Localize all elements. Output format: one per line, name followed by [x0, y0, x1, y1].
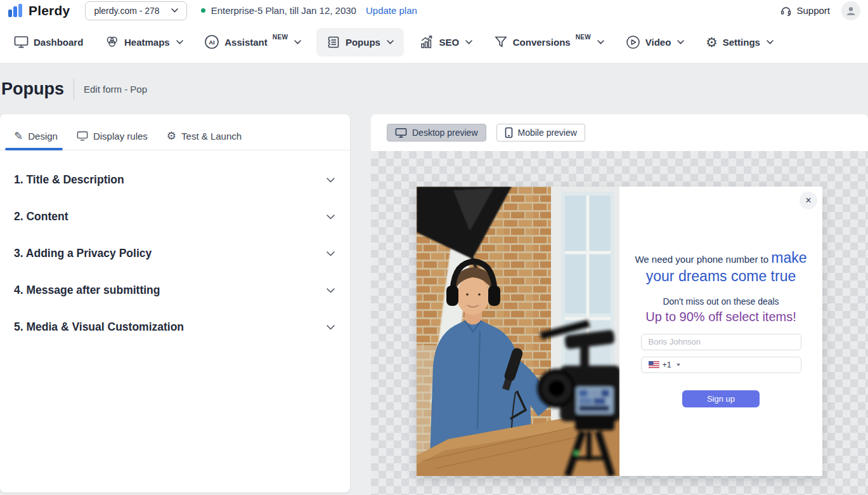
mobile-preview-label: Mobile preview	[518, 128, 577, 138]
mobile-icon	[505, 127, 513, 138]
domain-selector-value: plerdy.com - 278	[94, 6, 159, 16]
desktop-preview-label: Desktop preview	[412, 128, 478, 138]
gear-icon: ⚙	[167, 131, 176, 142]
desktop-preview-button[interactable]: Desktop preview	[387, 124, 486, 142]
tab-label: Test & Launch	[181, 131, 242, 142]
update-plan-link[interactable]: Update plan	[366, 5, 417, 16]
name-input[interactable]	[642, 334, 801, 350]
support-label: Support	[796, 5, 830, 16]
nav-item-conversions[interactable]: Conversions NEW	[488, 28, 611, 56]
video-play-icon	[626, 35, 640, 50]
chevron-down-icon	[327, 178, 335, 183]
plan-status: Enterprise-5 Plan, till Jan 12, 2030 Upd…	[201, 5, 417, 16]
chevron-down-icon	[387, 40, 394, 44]
nav-label: Assistant	[224, 37, 268, 48]
heatmaps-icon	[105, 35, 119, 49]
section-label: 2. Content	[14, 210, 68, 223]
section-title-description[interactable]: 1. Title & Description	[14, 173, 335, 187]
popup-subheadline: Don't miss out on these deals	[619, 296, 822, 307]
popup-offer-text: Up to 90% off select items!	[619, 310, 822, 324]
accordion-sections: 1. Title & Description 2. Content 3. Add…	[0, 150, 350, 334]
mobile-preview-button[interactable]: Mobile preview	[496, 124, 585, 142]
tab-test-launch[interactable]: ⚙ Test & Launch	[167, 131, 242, 150]
chevron-down-icon	[597, 40, 604, 44]
plan-status-dot	[201, 8, 205, 13]
nav-item-settings[interactable]: ⚙ Settings	[699, 29, 780, 56]
seo-icon	[419, 35, 434, 49]
plan-status-text: Enterprise-5 Plan, till Jan 12, 2030	[211, 5, 356, 16]
phone-country-code: +1	[663, 360, 671, 369]
logo-text: Plerdy	[29, 3, 70, 18]
podcast-photo	[417, 187, 619, 476]
chevron-down-icon	[465, 40, 472, 44]
dashboard-icon	[14, 35, 29, 49]
signup-button[interactable]: Sign up	[682, 390, 760, 407]
top-header: Plerdy plerdy.com - 278 Enterprise-5 Pla…	[0, 0, 868, 21]
title-divider	[74, 79, 74, 100]
nav-item-dashboard[interactable]: Dashboard	[8, 28, 89, 56]
domain-selector[interactable]: plerdy.com - 278	[85, 1, 186, 20]
popups-icon	[327, 35, 340, 50]
tab-design[interactable]: ✎ Design	[14, 131, 58, 150]
chevron-down-icon	[176, 40, 183, 44]
nav-label: SEO	[439, 37, 460, 48]
headset-icon	[780, 4, 792, 16]
popup-headline: We need your phone number to make your d…	[619, 249, 822, 286]
transparency-checkerboard: × We need your phone number to make your…	[371, 151, 868, 495]
chevron-down-icon	[294, 40, 301, 44]
nav-item-popups[interactable]: Popups	[316, 28, 404, 56]
preview-toolbar: Desktop preview Mobile preview	[371, 114, 868, 151]
section-content[interactable]: 2. Content	[14, 210, 335, 223]
headline-highlight-line2: your dreams come true	[626, 267, 816, 286]
name-field[interactable]	[641, 334, 801, 350]
display-rules-icon	[77, 131, 88, 142]
svg-text:AI: AI	[209, 39, 216, 46]
close-icon[interactable]: ×	[800, 192, 817, 209]
section-label: 4. Message after submitting	[14, 284, 160, 297]
preview-panel: Desktop preview Mobile preview	[371, 114, 868, 495]
plerdy-logo-icon	[8, 4, 24, 18]
pencil-icon: ✎	[14, 131, 23, 142]
support-button[interactable]: Support	[780, 4, 830, 16]
popup-form-side: × We need your phone number to make your…	[619, 187, 822, 476]
new-badge: NEW	[273, 34, 288, 41]
ai-assistant-icon: AI	[204, 34, 219, 50]
nav-item-assistant[interactable]: AI Assistant NEW	[198, 27, 308, 56]
plerdy-logo[interactable]: Plerdy	[8, 3, 70, 18]
breadcrumb: Edit form - Pop	[84, 84, 147, 95]
tab-label: Display rules	[93, 131, 148, 142]
chevron-down-icon	[677, 40, 684, 44]
chevron-down-icon	[767, 40, 774, 44]
chevron-down-icon	[327, 214, 335, 220]
funnel-icon	[494, 35, 508, 49]
nav-item-seo[interactable]: SEO	[413, 28, 479, 56]
main-nav: Dashboard Heatmaps AI Assistant NEW	[0, 21, 868, 63]
desktop-icon	[395, 128, 407, 138]
caret-down-icon[interactable]	[677, 364, 680, 366]
nav-label: Conversions	[513, 37, 571, 48]
popup-preview: × We need your phone number to make your…	[417, 187, 822, 476]
chevron-down-icon	[171, 8, 178, 13]
chevron-down-icon	[327, 325, 335, 330]
section-label: 3. Adding a Privacy Policy	[14, 247, 152, 260]
nav-label: Heatmaps	[124, 37, 170, 48]
page-title-bar: Popups Edit form - Pop	[0, 64, 868, 114]
nav-item-video[interactable]: Video	[619, 28, 691, 56]
page-title: Popups	[1, 79, 64, 99]
phone-field[interactable]: +1	[641, 357, 801, 373]
tab-display-rules[interactable]: Display rules	[77, 131, 148, 150]
section-label: 1. Title & Description	[14, 173, 124, 187]
nav-label: Settings	[723, 37, 760, 48]
editor-tabs: ✎ Design Display rules ⚙ Test & Launch	[0, 131, 350, 150]
headline-prefix: We need your phone number to	[635, 254, 771, 265]
nav-item-heatmaps[interactable]: Heatmaps	[98, 28, 190, 56]
avatar[interactable]	[841, 1, 860, 20]
nav-label: Dashboard	[34, 37, 83, 48]
tab-label: Design	[28, 131, 58, 142]
section-message-after-submit[interactable]: 4. Message after submitting	[14, 284, 335, 297]
section-media-visual[interactable]: 5. Media & Visual Customization	[14, 320, 335, 334]
nav-label: Video	[645, 37, 671, 48]
nav-label: Popups	[346, 37, 380, 48]
gear-icon: ⚙	[706, 36, 718, 49]
section-privacy-policy[interactable]: 3. Adding a Privacy Policy	[14, 247, 335, 260]
